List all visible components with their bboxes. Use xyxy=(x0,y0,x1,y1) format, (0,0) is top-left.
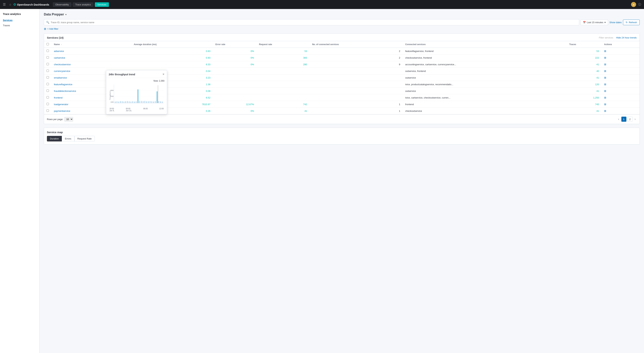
row-checkbox-4[interactable] xyxy=(46,76,49,78)
row-checkbox-7[interactable] xyxy=(46,96,49,98)
page-2-button[interactable]: 2 xyxy=(628,117,632,122)
breadcrumb-services[interactable]: Services xyxy=(95,2,109,7)
service-name-link-0[interactable]: adservice xyxy=(54,50,64,52)
svg-rect-28 xyxy=(151,101,152,103)
row-checkbox-cell-4 xyxy=(44,74,52,81)
row-actions-1: ⊞ xyxy=(602,54,640,61)
row-traces-7: 1,250 xyxy=(567,94,602,101)
row-action-icon-4[interactable]: ⊞ xyxy=(604,76,606,79)
add-filter-link[interactable]: + Add filter xyxy=(47,28,58,30)
row-action-icon-9[interactable]: ⊞ xyxy=(604,110,606,112)
row-action-icon-2[interactable]: ⊞ xyxy=(604,63,606,66)
refresh-icon: ↻ xyxy=(626,21,628,24)
tooltip-close-button[interactable]: × xyxy=(162,72,164,76)
row-checkbox-9[interactable] xyxy=(46,110,49,112)
row-action-icon-7[interactable]: ⊞ xyxy=(604,96,606,99)
user-avatar[interactable]: a xyxy=(631,2,636,7)
x-tick-2: 00:00Jun 10, xyxy=(126,108,132,112)
rows-label: Rows per page: xyxy=(47,118,63,120)
svg-rect-9 xyxy=(118,102,119,103)
add-filter-icon[interactable]: ⊕ xyxy=(44,27,46,30)
svg-rect-17 xyxy=(132,101,133,103)
search-input[interactable] xyxy=(51,21,577,24)
time-picker[interactable]: 📅 Last 15 minutes ▾ xyxy=(580,20,608,25)
service-name-link-9[interactable]: paymentservice xyxy=(54,110,70,112)
row-checkbox-0[interactable] xyxy=(46,50,49,52)
select-all-checkbox[interactable] xyxy=(46,43,49,45)
refresh-label: Refresh xyxy=(629,21,637,24)
row-actions-8: ⊞ xyxy=(602,101,640,108)
help-icon[interactable]: ⓘ xyxy=(638,3,641,6)
row-action-icon-6[interactable]: ⊞ xyxy=(604,90,606,92)
tab-errors[interactable]: Errors xyxy=(62,136,74,142)
show-dates-button[interactable]: Show dates xyxy=(610,21,622,24)
service-name-link-4[interactable]: emailservice xyxy=(54,76,67,79)
filter-services-placeholder[interactable]: Filter services xyxy=(599,36,613,39)
service-name-link-2[interactable]: checkoutservice xyxy=(54,63,70,66)
row-action-icon-5[interactable]: ⊞ xyxy=(604,83,606,86)
data-prepper-dropdown-icon[interactable]: ▾ xyxy=(66,13,66,16)
row-connected-count-7 xyxy=(310,94,403,101)
page-1-button[interactable]: 1 xyxy=(621,117,626,122)
rows-per-page-select[interactable]: 10 25 50 xyxy=(64,117,73,122)
breadcrumb-observability[interactable]: Observability xyxy=(53,2,71,7)
row-checkbox-cell-3 xyxy=(44,68,52,74)
row-action-icon-0[interactable]: ⊞ xyxy=(604,50,606,52)
row-action-icon-8[interactable]: ⊞ xyxy=(604,103,606,106)
sidebar-title: Trace analytics xyxy=(0,12,39,18)
service-name-link-5[interactable]: featureflagservice xyxy=(54,83,72,86)
logo: ⊙ OpenSearch Dashboards xyxy=(13,2,49,6)
row-checkbox-1[interactable] xyxy=(46,56,49,58)
sidebar-item-traces[interactable]: Traces xyxy=(0,23,39,28)
service-name-link-3[interactable]: currencyservice xyxy=(54,70,70,72)
tab-duration[interactable]: Duration xyxy=(47,136,62,142)
sidebar-item-services[interactable]: Services xyxy=(0,18,39,23)
service-name-link-6[interactable]: frauddetectionservice xyxy=(54,90,76,92)
tab-request-rate[interactable]: Request Rate xyxy=(74,136,95,142)
tooltip-now: Now: 2,393 xyxy=(109,80,164,82)
row-checkbox-8[interactable] xyxy=(46,103,49,105)
row-connected-count-4 xyxy=(310,74,403,81)
row-checkbox-2[interactable] xyxy=(46,63,49,65)
service-name-link-7[interactable]: frontend xyxy=(54,96,62,99)
next-page-button[interactable]: › xyxy=(634,117,637,121)
row-checkbox-cell-8 xyxy=(44,101,52,108)
calendar-icon: 📅 xyxy=(583,21,586,24)
home-icon[interactable]: ⌂ xyxy=(9,3,11,6)
row-connected-count-3 xyxy=(310,68,403,74)
row-connected-services-3: outservice, frontend xyxy=(403,68,567,74)
row-connected-services-2: accountingservice, cartservice, currency… xyxy=(403,61,567,68)
service-map-card: Service map Duration Errors Request Rate xyxy=(44,128,640,144)
hide-trends-button[interactable]: Hide 24 hour trends xyxy=(616,36,637,39)
table-row: checkoutservice 6.33 0% 280 9 accounting… xyxy=(44,61,640,68)
header-error-rate: Error rate xyxy=(213,41,256,48)
row-connected-services-1: checkoutservice, frontend xyxy=(403,54,567,61)
row-checkbox-3[interactable] xyxy=(46,70,49,72)
hamburger-menu[interactable]: ☰ xyxy=(3,2,6,6)
row-request-rate-8: 742 xyxy=(256,101,310,108)
row-connected-services-4: outservice xyxy=(403,74,567,81)
table-header-row: Name ↑ Average duration (ms) Error rate … xyxy=(44,41,640,48)
chart-svg: 3000 2000 1000 xyxy=(109,84,164,107)
breadcrumb-trace-analytics[interactable]: Trace analytics xyxy=(73,2,94,7)
svg-rect-13 xyxy=(125,101,126,103)
row-checkbox-6[interactable] xyxy=(46,90,49,92)
svg-rect-27 xyxy=(150,101,150,103)
tooltip-header: 24hr throughput trend × xyxy=(106,70,167,78)
row-action-icon-1[interactable]: ⊞ xyxy=(604,56,606,59)
header-name[interactable]: Name ↑ xyxy=(52,41,131,48)
prev-page-button[interactable]: ‹ xyxy=(617,117,620,121)
row-request-rate-6 xyxy=(256,88,310,94)
row-checkbox-cell-7 xyxy=(44,94,52,101)
top-nav: ☰ ⌂ ⊙ OpenSearch Dashboards Observabilit… xyxy=(0,0,644,9)
chart-tooltip[interactable]: 24hr throughput trend × Now: 2,393 xyxy=(106,70,167,114)
row-connected-services-6: outservice xyxy=(403,88,567,94)
svg-rect-18 xyxy=(134,102,135,103)
search-filter-bar: 🔍 📅 Last 15 minutes ▾ Show dates ↻ Refre… xyxy=(44,19,640,25)
service-name-link-8[interactable]: loadgenerator xyxy=(54,103,68,106)
x-tick-4: 12:00 xyxy=(159,108,164,112)
service-name-link-1[interactable]: cartservice xyxy=(54,56,65,59)
row-action-icon-3[interactable]: ⊞ xyxy=(604,70,606,72)
row-checkbox-5[interactable] xyxy=(46,83,49,85)
refresh-button[interactable]: ↻ Refresh xyxy=(623,20,640,25)
